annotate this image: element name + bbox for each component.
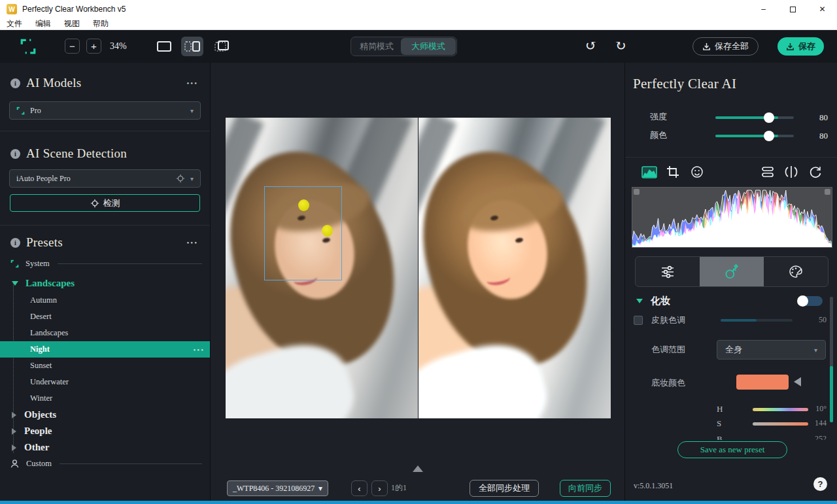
save-all-button[interactable]: 保存全部	[692, 37, 759, 56]
preset-item-landscapes[interactable]: Landscapes	[0, 325, 210, 341]
scene-dropdown[interactable]: iAuto People Pro ▾	[9, 169, 201, 188]
eye-marker	[298, 199, 309, 211]
preset-group-people[interactable]: People	[0, 423, 210, 439]
histogram-toggle-button[interactable]	[640, 163, 659, 180]
window-title: Perfectly Clear Workbench v5	[22, 5, 126, 14]
maximize-icon	[790, 7, 796, 12]
zoom-level: 34%	[110, 41, 127, 52]
maximize-button[interactable]	[778, 0, 808, 18]
presets-system-row[interactable]: System	[0, 256, 210, 271]
menu-help[interactable]: 帮助	[86, 18, 115, 29]
expand-left-icon[interactable]	[794, 377, 801, 386]
app-window: W Perfectly Clear Workbench v5 – ✕ 文件 编辑…	[0, 0, 837, 504]
preset-group-landscapes[interactable]: Landscapes	[0, 276, 210, 290]
save-button[interactable]: 保存	[777, 37, 824, 56]
sync-all-button[interactable]: 全部同步处理	[470, 480, 539, 497]
info-icon[interactable]: i	[10, 149, 20, 159]
help-button[interactable]: ?	[813, 477, 827, 491]
scrollbar-thumb[interactable]	[830, 366, 833, 422]
split-horizontal-button[interactable]	[758, 163, 777, 180]
color-label: 颜色	[650, 129, 667, 141]
tab-color-grading[interactable]	[764, 257, 828, 286]
more-menu-button[interactable]: •••	[186, 79, 198, 87]
photo-viewer: _WTP8406 - 3921086927 ▾ ‹ › 1的1 全部同步处理 向…	[211, 63, 624, 501]
tone-range-label: 色调范围	[651, 344, 685, 356]
prev-image-button[interactable]: ‹	[351, 480, 367, 496]
preset-item-underwater[interactable]: Underwater	[0, 374, 210, 390]
skin-tone-checkbox[interactable]	[634, 316, 643, 325]
makeup-toggle[interactable]	[798, 296, 823, 306]
preset-item-sunset[interactable]: Sunset	[0, 358, 210, 374]
close-button[interactable]: ✕	[808, 0, 837, 18]
version-label: v:5.0.1.3051	[634, 481, 673, 491]
preset-group-objects[interactable]: Objects	[0, 407, 210, 423]
more-menu-button[interactable]: •••	[193, 346, 205, 354]
strength-label: 强度	[650, 111, 667, 123]
face-tools-button[interactable]	[687, 163, 707, 180]
redo-button[interactable]: ↻	[615, 39, 626, 52]
sliders-icon	[659, 264, 676, 280]
makeup-section-header[interactable]: 化妆	[636, 294, 670, 307]
reset-rotate-button[interactable]	[806, 163, 825, 180]
hue-label: H	[717, 404, 723, 414]
histogram-canvas	[632, 188, 832, 247]
mode-simple-tab[interactable]: 精简模式	[351, 37, 402, 56]
undo-button[interactable]: ↺	[585, 39, 597, 52]
preset-item-autumn[interactable]: Autumn	[0, 292, 210, 309]
image-counter: 1的1	[391, 482, 407, 494]
preset-item-winter[interactable]: Winter	[0, 390, 210, 407]
menu-view[interactable]: 视图	[58, 18, 86, 29]
presets-custom-row[interactable]: Custom	[0, 456, 210, 471]
mode-master-tab[interactable]: 大师模式	[401, 38, 456, 55]
app-icon: W	[7, 4, 17, 14]
info-icon[interactable]: i	[10, 238, 20, 248]
sync-forward-button[interactable]: 向前同步	[560, 480, 611, 497]
foundation-color-swatch[interactable]	[736, 375, 789, 390]
strength-slider[interactable]	[715, 116, 794, 119]
person-icon	[10, 459, 20, 469]
right-panel: Perfectly Clear AI 强度 80 颜色 80	[624, 63, 837, 501]
photo-after[interactable]	[418, 118, 611, 418]
menu-file[interactable]: 文件	[0, 18, 29, 29]
detect-button[interactable]: 检测	[10, 194, 200, 212]
slider-knob[interactable]	[764, 112, 774, 123]
zoom-out-button[interactable]: −	[65, 39, 80, 54]
filename-dropdown[interactable]: _WTP8406 - 3921086927 ▾	[227, 480, 328, 496]
rotate-icon	[809, 165, 822, 178]
save-preset-button[interactable]: Save as new preset	[677, 441, 787, 458]
tab-makeup[interactable]	[700, 257, 764, 286]
compare-button[interactable]	[781, 163, 801, 180]
slider-knob[interactable]	[764, 131, 774, 141]
split-view-button[interactable]	[181, 37, 203, 56]
tab-adjustments[interactable]	[636, 257, 700, 286]
panel-scrollbar	[830, 297, 833, 422]
next-image-button[interactable]: ›	[371, 480, 388, 496]
saturation-value: 144	[815, 418, 827, 428]
ai-model-dropdown[interactable]: Pro ▾	[9, 101, 201, 120]
download-icon	[786, 42, 794, 51]
photo-before[interactable]	[226, 118, 418, 418]
before-after-icon	[785, 165, 798, 178]
panel-title: Perfectly Clear AI	[633, 76, 736, 92]
expand-filmstrip-button[interactable]	[413, 465, 423, 472]
single-view-button[interactable]	[153, 37, 175, 56]
color-slider[interactable]	[715, 135, 794, 137]
minimize-button[interactable]: –	[749, 0, 778, 18]
preset-item-night-selected[interactable]: Night •••	[0, 341, 210, 358]
skin-tone-slider[interactable]	[721, 319, 793, 322]
overlay-view-button[interactable]	[211, 37, 233, 56]
tone-range-dropdown[interactable]: 全身 ▾	[717, 340, 826, 360]
histogram-handle-left[interactable]	[634, 189, 640, 195]
crop-button[interactable]	[663, 163, 683, 180]
palette-icon	[787, 264, 804, 280]
saturation-slider[interactable]	[753, 422, 808, 426]
preset-group-other[interactable]: Other	[0, 439, 210, 456]
more-menu-button[interactable]: •••	[186, 239, 198, 246]
histogram-handle-right[interactable]	[825, 189, 830, 195]
menu-edit[interactable]: 编辑	[29, 18, 58, 29]
zoom-in-button[interactable]: +	[86, 39, 101, 54]
info-icon[interactable]: i	[10, 78, 20, 88]
preset-item-desert[interactable]: Desert	[0, 309, 210, 325]
chevron-collapsed-icon	[12, 412, 16, 418]
hue-slider[interactable]	[753, 408, 808, 411]
